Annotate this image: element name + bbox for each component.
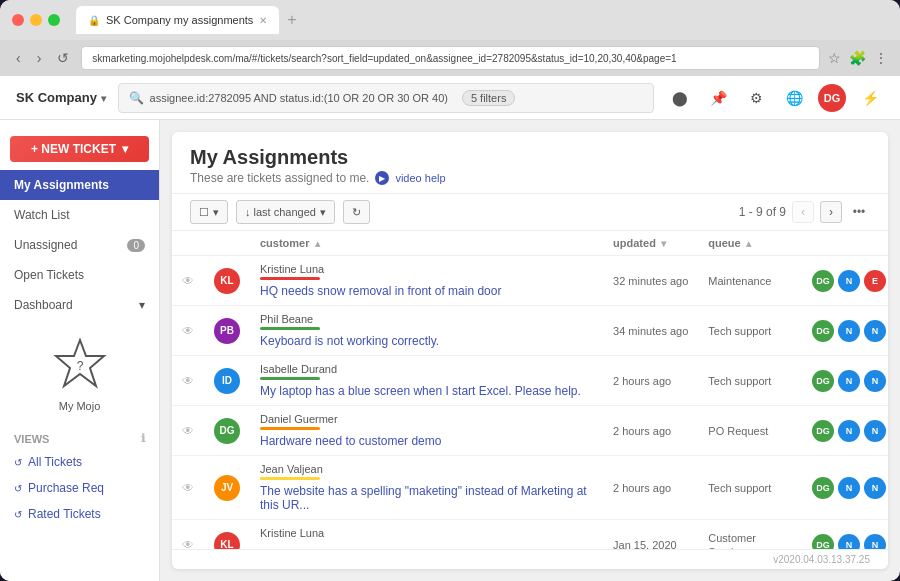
next-page-button[interactable]: › [820,201,842,223]
queue-text: Tech support [708,325,771,337]
apps-icon[interactable]: ⚡ [856,84,884,112]
unassigned-badge: 0 [127,239,145,252]
eye-cell: 👁 [172,256,204,306]
avatar-cell: KL [204,520,250,550]
extension-icon[interactable]: 🧩 [849,50,866,66]
sort-arrow-icon: ▴ [746,238,751,249]
badge-cell-1: N [836,406,862,456]
view-item-rated-tickets[interactable]: ↺ Rated Tickets [0,501,159,527]
sidebar-item-watch-list[interactable]: Watch List [0,200,159,230]
svg-text:?: ? [76,359,83,373]
badge-cell-2: E [862,256,888,306]
settings-icon[interactable]: ⚙ [742,84,770,112]
sidebar-item-my-assignments[interactable]: My Assignments [0,170,159,200]
maximize-button[interactable] [48,14,60,26]
customer-name: Isabelle Durand [260,363,593,375]
version-text: v2020.04.03.13.37.25 [773,554,870,565]
back-button[interactable]: ‹ [12,48,25,68]
tab-close-button[interactable]: ✕ [259,15,267,26]
traffic-lights [12,14,60,26]
sidebar-item-open-tickets[interactable]: Open Tickets [0,260,159,290]
header-icons: ⬤ 📌 ⚙ 🌐 DG ⚡ [666,84,884,112]
more-options-button[interactable]: ••• [848,201,870,223]
views-label: VIEWS [14,433,49,445]
view-dot-icon: ↺ [14,509,22,520]
ticket-link[interactable]: The website has a spelling "maketing" in… [260,484,593,512]
refresh-button[interactable]: ↻ [343,200,370,224]
badge-cell-0: DG [810,520,836,550]
active-tab[interactable]: 🔒 SK Company my assignments ✕ [76,6,279,34]
queue-cell: Customer Service... [698,520,810,550]
view-dot-icon: ↺ [14,457,22,468]
global-search-bar[interactable]: 🔍 assignee.id:2782095 AND status.id:(10 … [118,83,654,113]
sidebar-item-label: My Assignments [14,178,109,192]
brand-logo[interactable]: SK Company ▾ [16,90,106,105]
table-row[interactable]: 👁KL Kristine Luna Partnership Inquiry. C… [172,520,888,550]
updated-cell: 32 minutes ago [603,256,698,306]
col-avatar [204,231,250,256]
sort-caret-icon: ▾ [320,206,326,219]
queue-text: Maintenance [708,275,771,287]
badge: N [864,477,886,499]
view-item-all-tickets[interactable]: ↺ All Tickets [0,449,159,475]
view-label: All Tickets [28,455,82,469]
updated-cell: Jan 15, 2020 [603,520,698,550]
col-updated[interactable]: updated ▾ [603,231,698,256]
filter-badge[interactable]: 5 filters [462,90,515,106]
customer-name: Jean Valjean [260,463,593,475]
sidebar-item-unassigned[interactable]: Unassigned 0 [0,230,159,260]
badge: N [864,534,886,550]
sidebar-item-label: Unassigned [14,238,77,252]
eye-cell: 👁 [172,306,204,356]
sort-button[interactable]: ↓ last changed ▾ [236,200,335,224]
select-checkbox-button[interactable]: ☐ ▾ [190,200,228,224]
ticket-link[interactable]: HQ needs snow removal in front of main d… [260,284,593,298]
updated-cell: 2 hours ago [603,456,698,520]
sidebar-item-dashboard[interactable]: Dashboard ▾ [0,290,159,320]
prev-page-button[interactable]: ‹ [792,201,814,223]
updated-text: 2 hours ago [613,482,671,494]
badge: DG [812,534,834,550]
user-circle-icon[interactable]: ⬤ [666,84,694,112]
badge-cell-2: N [862,520,888,550]
menu-icon[interactable]: ⋮ [874,50,888,66]
new-tab-button[interactable]: + [287,11,296,29]
mojo-section: ? My Mojo [0,320,159,420]
badge-cell-0: DG [810,456,836,520]
table-row[interactable]: 👁PB Phil Beane Keyboard is not working c… [172,306,888,356]
video-help-link[interactable]: video help [395,172,445,184]
view-item-purchase-req[interactable]: ↺ Purchase Req [0,475,159,501]
minimize-button[interactable] [30,14,42,26]
priority-bar [260,377,320,380]
ticket-cell: Isabelle Durand My laptop has a blue scr… [250,356,603,406]
col-queue[interactable]: queue ▴ [698,231,810,256]
table-row[interactable]: 👁KL Kristine Luna HQ needs snow removal … [172,256,888,306]
user-avatar[interactable]: DG [818,84,846,112]
new-ticket-button[interactable]: + NEW TICKET ▾ [10,136,149,162]
refresh-icon: ↻ [352,206,361,219]
table-row[interactable]: 👁ID Isabelle Durand My laptop has a blue… [172,356,888,406]
app-header: SK Company ▾ 🔍 assignee.id:2782095 AND s… [0,76,900,120]
globe-icon[interactable]: 🌐 [780,84,808,112]
view-label: Rated Tickets [28,507,101,521]
table-row[interactable]: 👁DG Daniel Guermer Hardware need to cust… [172,406,888,456]
updated-text: Jan 15, 2020 [613,539,677,550]
view-dot-icon: ↺ [14,483,22,494]
priority-bar [260,327,320,330]
ticket-link[interactable]: My laptop has a blue screen when I start… [260,384,593,398]
eye-icon: 👁 [182,481,194,495]
url-field[interactable]: skmarketing.mojohelpdesk.com/ma/#/ticket… [81,46,820,70]
forward-button[interactable]: › [33,48,46,68]
views-header: VIEWS ℹ [0,424,159,449]
reload-button[interactable]: ↺ [53,48,73,68]
ticket-link[interactable]: Hardware need to customer demo [260,434,593,448]
close-button[interactable] [12,14,24,26]
bookmark-icon[interactable]: ☆ [828,50,841,66]
updated-text: 2 hours ago [613,425,671,437]
notification-icon[interactable]: 📌 [704,84,732,112]
table-row[interactable]: 👁JV Jean Valjean The website has a spell… [172,456,888,520]
ticket-link[interactable]: Keyboard is not working correctly. [260,334,593,348]
col-b1 [810,231,836,256]
col-customer[interactable]: customer ▴ [250,231,603,256]
app-window: 🔒 SK Company my assignments ✕ + ‹ › ↺ sk… [0,0,900,581]
